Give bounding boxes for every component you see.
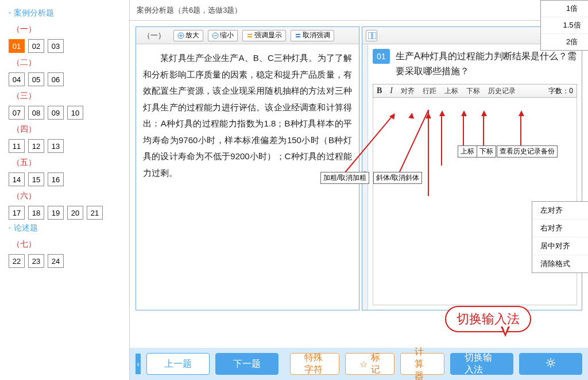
group-label-4: （四）	[12, 124, 129, 135]
zoom-1x[interactable]: 1倍	[541, 1, 588, 17]
zoom-in-button[interactable]: 放大	[173, 30, 203, 41]
group-label-5: （五）	[12, 158, 129, 168]
zoom-1-5x[interactable]: 1.5倍	[541, 17, 588, 34]
history-button[interactable]: 历史记录	[488, 86, 516, 96]
next-button[interactable]: 下一题	[215, 353, 278, 375]
group-label-3: （三）	[12, 91, 129, 101]
question-nav-22[interactable]: 22	[9, 254, 25, 268]
highlight-icon	[246, 32, 253, 39]
question-text: 生产A种灯具的过程能力判断结果是什么？需要采取哪些措施？	[396, 49, 577, 78]
calculator-button[interactable]: 计算器	[400, 353, 444, 375]
passage-toolbar: （一） 放大 缩小 强调显示 取消强调	[136, 27, 359, 44]
italic-button[interactable]: I	[390, 86, 393, 95]
group-label-6: （六）	[12, 191, 129, 201]
prev-button[interactable]: 上一题	[146, 353, 210, 375]
annotation-ime: 切换输入法	[445, 306, 531, 332]
unhighlight-button[interactable]: 取消强调	[291, 30, 334, 41]
highlight-button[interactable]: 强调显示	[242, 30, 286, 41]
clear-format[interactable]: 清除格式	[532, 255, 588, 272]
gear-icon	[546, 358, 556, 370]
subscript-button[interactable]: 下标	[466, 86, 480, 96]
question-nav-03[interactable]: 03	[48, 39, 64, 53]
question-nav-20[interactable]: 20	[67, 206, 83, 220]
sidebar-section-case[interactable]: - 案例分析题	[9, 8, 129, 18]
svg-rect-3	[247, 36, 252, 37]
question-number: 01	[373, 49, 390, 64]
footer: ‹ 上一题 下一题 特殊字符 ☆ 标记 计算器 切换输入法	[130, 348, 588, 380]
svg-rect-5	[296, 36, 300, 37]
question-nav-01[interactable]: 01	[9, 39, 25, 53]
plus-icon	[177, 32, 184, 39]
align-button[interactable]: 对齐	[401, 86, 415, 96]
question-nav-19[interactable]: 19	[48, 206, 64, 220]
question-nav-02[interactable]: 02	[28, 39, 44, 53]
split-icon	[368, 32, 375, 39]
question-nav-07[interactable]: 07	[9, 106, 25, 120]
question-nav-10[interactable]: 10	[67, 106, 83, 120]
annotation-sup: 上标	[458, 145, 477, 158]
question-nav-21[interactable]: 21	[87, 206, 103, 220]
group-label-1: （一）	[12, 24, 129, 34]
svg-rect-6	[368, 32, 372, 39]
zoom-menu: 1倍 1.5倍 2倍	[540, 0, 588, 51]
align-menu: 左对齐 右对齐 居中对齐 清除格式	[532, 201, 588, 273]
footer-collapse[interactable]: ‹	[136, 354, 141, 374]
question-nav-12[interactable]: 12	[28, 139, 44, 153]
question-nav-24[interactable]: 24	[48, 254, 64, 268]
sidebar: - 案例分析题 （一） 01 02 03 （二） 04 05 06 （三） 07…	[0, 0, 130, 380]
zoom-2x[interactable]: 2倍	[541, 34, 588, 50]
svg-point-8	[549, 361, 552, 364]
svg-rect-4	[296, 34, 300, 35]
annotation-sub: 下标	[477, 145, 496, 158]
group-label-7: （七）	[12, 239, 129, 250]
settings-button[interactable]	[519, 353, 582, 375]
unhighlight-icon	[295, 32, 301, 39]
star-icon: ☆	[359, 359, 368, 370]
question-nav-04[interactable]: 04	[9, 72, 25, 86]
svg-rect-7	[373, 32, 376, 39]
passage-panel: （一） 放大 缩小 强调显示 取消强调	[136, 26, 359, 310]
section-title: 案例分析题（共6题，选做3题）	[137, 5, 242, 16]
special-char-button[interactable]: 特殊字符	[290, 353, 339, 375]
question-nav-09[interactable]: 09	[48, 106, 64, 120]
align-left[interactable]: 左对齐	[532, 202, 588, 220]
char-count: 字数：0	[548, 86, 573, 96]
ime-switch-button[interactable]: 切换输入法	[450, 353, 513, 375]
question-nav-05[interactable]: 05	[28, 72, 44, 86]
editor-toolbar: B I 对齐 行距 上标 下标 历史记录 字数：0	[373, 84, 577, 98]
main-header: 案例分析题（共6题，选做3题）	[130, 0, 588, 21]
annotation-italic: 斜体/取消斜体	[373, 172, 422, 184]
question-nav-15[interactable]: 15	[28, 172, 44, 186]
question-nav-23[interactable]: 23	[28, 254, 44, 268]
split-view-button[interactable]	[366, 30, 377, 41]
bold-button[interactable]: B	[377, 86, 382, 95]
superscript-button[interactable]: 上标	[444, 86, 458, 96]
question-nav-18[interactable]: 18	[28, 206, 44, 220]
question-nav-17[interactable]: 17	[9, 206, 25, 220]
annotation-bold: 加粗/取消加粗	[320, 172, 369, 184]
mark-button[interactable]: ☆ 标记	[345, 353, 394, 375]
question-header: 01 生产A种灯具的过程能力判断结果是什么？需要采取哪些措施？	[373, 49, 577, 78]
svg-rect-2	[247, 34, 252, 35]
question-nav-08[interactable]: 08	[28, 106, 44, 120]
group-label-2: （二）	[12, 57, 129, 68]
speech-tail-icon	[501, 327, 510, 337]
question-nav-16[interactable]: 16	[48, 172, 64, 186]
align-center[interactable]: 居中对齐	[532, 237, 588, 255]
question-nav-06[interactable]: 06	[48, 72, 64, 86]
annotation-history: 查看历史记录备份	[497, 145, 558, 158]
linespace-button[interactable]: 行距	[423, 86, 436, 96]
question-nav-14[interactable]: 14	[9, 172, 25, 186]
sidebar-section-essay[interactable]: - 论述题	[9, 223, 129, 233]
passage-group-label: （一）	[140, 30, 169, 41]
align-right[interactable]: 右对齐	[532, 220, 588, 237]
question-nav-13[interactable]: 13	[48, 139, 64, 153]
question-nav-11[interactable]: 11	[9, 139, 25, 153]
minus-icon	[212, 32, 219, 39]
zoom-out-button[interactable]: 缩小	[208, 30, 238, 41]
